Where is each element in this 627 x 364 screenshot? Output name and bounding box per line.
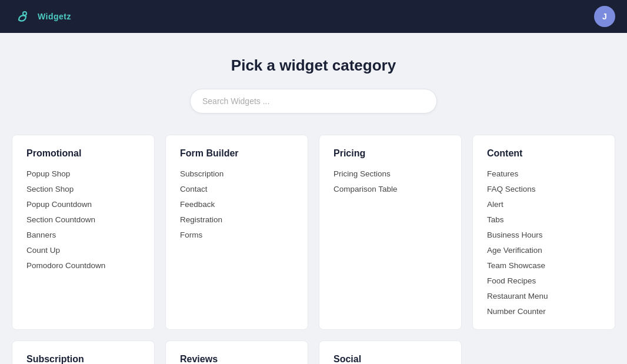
list-item: Popup Shop — [26, 168, 140, 179]
list-item: Food Recipes — [487, 275, 601, 286]
list-item: Number Counter — [487, 306, 601, 316]
list-item: Feedback — [180, 199, 294, 209]
category-title-pricing: Pricing — [333, 148, 447, 159]
category-card-promotional: PromotionalPopup ShopSection ShopPopup C… — [12, 135, 155, 330]
link-faq-sections[interactable]: FAQ Sections — [487, 185, 536, 193]
list-item: Restaurant Menu — [487, 290, 601, 301]
category-title-social: Social — [333, 354, 447, 364]
list-item: Pricing Sections — [333, 168, 447, 179]
link-registration[interactable]: Registration — [180, 215, 222, 224]
svg-rect-0 — [12, 6, 33, 27]
category-links-promotional: Popup ShopSection ShopPopup CountdownSec… — [26, 168, 140, 271]
category-card-content: ContentFeaturesFAQ SectionsAlertTabsBusi… — [472, 135, 615, 330]
link-pricing-sections[interactable]: Pricing Sections — [333, 169, 391, 178]
link-subscription[interactable]: Subscription — [180, 169, 224, 178]
list-item: Features — [487, 168, 601, 179]
category-card-subscription: SubscriptionPopupInline — [12, 340, 155, 364]
search-wrapper — [12, 89, 615, 113]
list-item: Banners — [26, 229, 140, 240]
list-item: Tabs — [487, 214, 601, 225]
logo-area: Widgetz — [12, 6, 71, 27]
category-links-pricing: Pricing SectionsComparison Table — [333, 168, 447, 194]
category-title-form-builder: Form Builder — [180, 148, 294, 159]
link-popup-shop[interactable]: Popup Shop — [26, 169, 70, 178]
link-section-shop[interactable]: Section Shop — [26, 185, 74, 193]
link-tabs[interactable]: Tabs — [487, 215, 504, 224]
list-item: Alert — [487, 199, 601, 209]
category-links-content: FeaturesFAQ SectionsAlertTabsBusiness Ho… — [487, 168, 601, 316]
link-business-hours[interactable]: Business Hours — [487, 231, 543, 239]
link-count-up[interactable]: Count Up — [26, 246, 60, 255]
user-avatar[interactable]: J — [594, 6, 615, 27]
category-title-reviews: Reviews — [180, 354, 294, 364]
category-card-reviews: ReviewsEditable ReviewsReviews BadgeAll-… — [165, 340, 308, 364]
list-item: FAQ Sections — [487, 183, 601, 194]
list-item: Forms — [180, 229, 294, 240]
category-card-form-builder: Form BuilderSubscriptionContactFeedbackR… — [165, 135, 308, 330]
list-item: Comparison Table — [333, 183, 447, 194]
list-item: Pomodoro Countdown — [26, 260, 140, 271]
list-item: Registration — [180, 214, 294, 225]
category-title-subscription: Subscription — [26, 354, 140, 364]
list-item: Popup Countdown — [26, 199, 140, 209]
link-banners[interactable]: Banners — [26, 231, 56, 239]
list-item: Business Hours — [487, 229, 601, 240]
logo-text: Widgetz — [38, 12, 71, 21]
category-title-content: Content — [487, 148, 601, 159]
link-comparison-table[interactable]: Comparison Table — [333, 185, 398, 193]
logo-icon — [12, 6, 33, 27]
link-team-showcase[interactable]: Team Showcase — [487, 261, 545, 270]
link-forms[interactable]: Forms — [180, 231, 202, 239]
link-popup-countdown[interactable]: Popup Countdown — [26, 200, 92, 209]
list-item: Contact — [180, 183, 294, 194]
link-age-verification[interactable]: Age Verification — [487, 246, 542, 255]
list-item: Section Shop — [26, 183, 140, 194]
list-item: Age Verification — [487, 245, 601, 255]
link-features[interactable]: Features — [487, 169, 518, 178]
category-title-promotional: Promotional — [26, 148, 140, 159]
link-contact[interactable]: Contact — [180, 185, 208, 193]
list-item: Count Up — [26, 245, 140, 255]
link-pomodoro-countdown[interactable]: Pomodoro Countdown — [26, 261, 105, 270]
list-item: Team Showcase — [487, 260, 601, 271]
link-food-recipes[interactable]: Food Recipes — [487, 276, 536, 285]
page-title: Pick a widget category — [12, 56, 615, 75]
list-item: Subscription — [180, 168, 294, 179]
link-feedback[interactable]: Feedback — [180, 200, 215, 209]
category-card-social: SocialInstagram FeedRSS FeedSocial ChatC… — [319, 340, 462, 364]
app-header: Widgetz J — [0, 0, 627, 33]
search-input[interactable] — [190, 89, 437, 113]
categories-grid: PromotionalPopup ShopSection ShopPopup C… — [12, 135, 615, 364]
category-links-form-builder: SubscriptionContactFeedbackRegistrationF… — [180, 168, 294, 240]
link-section-countdown[interactable]: Section Countdown — [26, 215, 95, 224]
main-content: Pick a widget category PromotionalPopup … — [0, 33, 627, 364]
link-number-counter[interactable]: Number Counter — [487, 307, 546, 316]
link-restaurant-menu[interactable]: Restaurant Menu — [487, 292, 548, 300]
link-alert[interactable]: Alert — [487, 200, 503, 209]
list-item: Section Countdown — [26, 214, 140, 225]
category-card-pricing: PricingPricing SectionsComparison Table — [319, 135, 462, 330]
